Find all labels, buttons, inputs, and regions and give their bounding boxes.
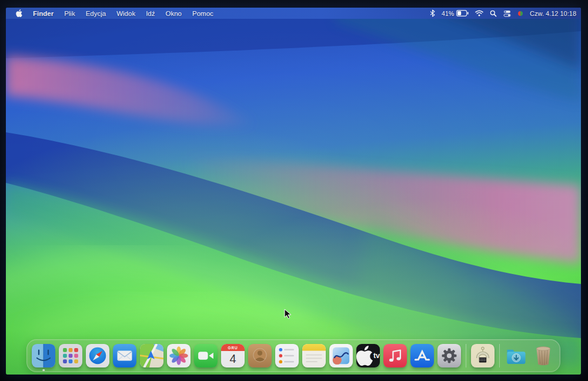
dock-item-reminders[interactable] (275, 344, 299, 367)
menu-finder[interactable]: Finder (28, 10, 59, 17)
dock-item-finder[interactable] (32, 344, 55, 367)
menu-bar-clock[interactable]: Czw. 4.12 10:18 (530, 10, 576, 17)
battery-indicator[interactable]: 41% (442, 10, 469, 17)
menu-bar-status: 41% (430, 9, 576, 17)
launchpad-icon (59, 344, 82, 367)
menu-bar-extra-icon[interactable] (517, 11, 523, 16)
notes-icon (302, 344, 326, 367)
dock-item-music[interactable] (383, 344, 407, 367)
bluetooth-icon[interactable] (430, 9, 435, 17)
music-icon (383, 344, 407, 367)
apple-menu[interactable] (11, 9, 28, 17)
dock-item-downloads[interactable] (505, 344, 528, 367)
menu-edycja[interactable]: Edycja (81, 10, 112, 17)
dock-item-freeform[interactable] (329, 344, 353, 367)
menu-idz[interactable]: Idź (141, 10, 160, 17)
apple-tv-label: tv (373, 352, 380, 360)
facetime-icon (194, 344, 218, 367)
dock-item-launchpad[interactable] (59, 344, 82, 367)
dock-item-safari[interactable] (86, 344, 109, 367)
system-settings-icon (437, 344, 461, 367)
downloads-folder-icon (505, 344, 528, 367)
mail-icon (113, 344, 136, 367)
control-center-icon[interactable] (503, 10, 511, 17)
desktop: Finder Plik Edycja Widok Idź Okno Pomoc … (6, 8, 581, 375)
battery-percent: 41% (442, 10, 454, 17)
dock-item-contacts[interactable] (248, 344, 272, 367)
menu-okno[interactable]: Okno (161, 10, 188, 17)
trash-icon (532, 344, 555, 367)
battery-icon (456, 10, 469, 16)
mouse-cursor (284, 309, 292, 319)
dock-item-facetime[interactable] (194, 344, 218, 367)
dock-item-unarchiver[interactable] (471, 344, 495, 367)
finder-icon (32, 344, 55, 367)
dock-item-notes[interactable] (302, 344, 326, 367)
dock-item-maps[interactable] (140, 344, 163, 367)
dock-item-mail[interactable] (113, 344, 136, 367)
apple-tv-apple-glyph (356, 344, 373, 367)
dock-item-app-store[interactable] (410, 344, 434, 367)
wifi-icon[interactable] (475, 10, 483, 16)
dock-divider (499, 344, 500, 367)
dock-divider (466, 344, 466, 367)
app-store-icon (410, 344, 434, 367)
photos-icon (167, 344, 191, 367)
safari-icon (86, 344, 109, 367)
reminders-icon (275, 344, 299, 367)
menu-widok[interactable]: Widok (111, 10, 141, 17)
apple-logo-icon (16, 9, 22, 17)
unarchiver-icon (471, 344, 495, 367)
calendar-day-label: 4 (221, 350, 245, 367)
dock: GRU 4 (26, 339, 560, 372)
menu-pomoc[interactable]: Pomoc (187, 10, 219, 17)
maps-icon (140, 344, 163, 367)
dock-item-apple-tv[interactable]: tv (356, 344, 380, 367)
spotlight-search-icon[interactable] (490, 10, 497, 17)
freeform-icon (329, 344, 353, 367)
dock-item-photos[interactable] (167, 344, 191, 367)
wallpaper (6, 8, 581, 375)
monitor-bezel: Finder Plik Edycja Widok Idź Okno Pomoc … (0, 0, 588, 381)
dock-item-trash[interactable] (532, 344, 555, 367)
dock-item-calendar[interactable]: GRU 4 (221, 344, 245, 367)
dock-item-system-settings[interactable] (437, 344, 461, 367)
contacts-icon (248, 344, 272, 367)
menu-plik[interactable]: Plik (59, 10, 81, 17)
menu-bar: Finder Plik Edycja Widok Idź Okno Pomoc … (6, 8, 581, 19)
running-indicator (42, 369, 45, 372)
